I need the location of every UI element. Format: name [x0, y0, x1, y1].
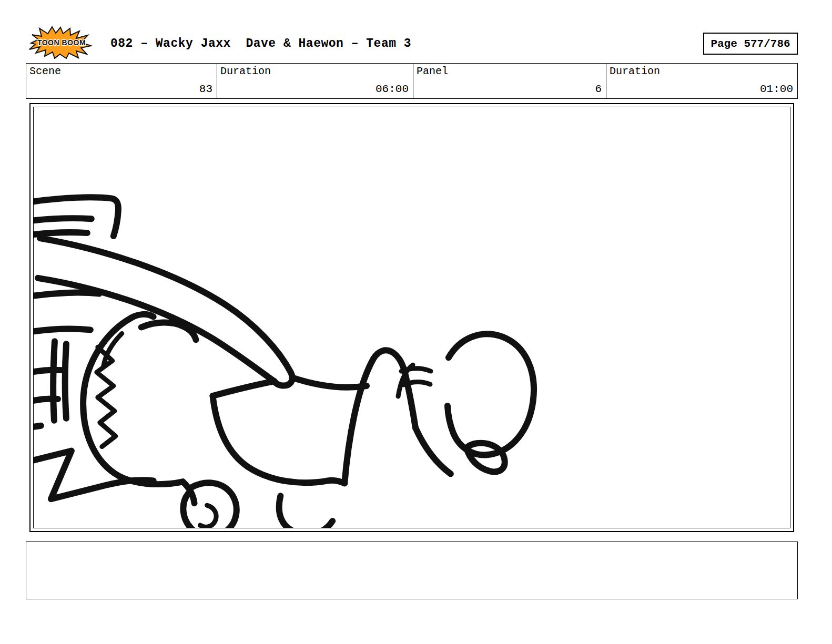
scene-duration-value: 06:00: [376, 83, 409, 95]
panel-label: Panel: [417, 66, 448, 77]
panel-duration-label: Duration: [610, 66, 660, 77]
caption-box: [26, 541, 798, 599]
storyboard-panel-inner-frame: [33, 107, 790, 528]
toonboom-logo: TOON BOOM: [29, 26, 94, 59]
logo-text: TOON BOOM: [37, 38, 86, 47]
info-cell-scene: Scene 83: [26, 64, 217, 98]
info-cell-scene-duration: Duration 06:00: [217, 64, 413, 98]
scene-label: Scene: [29, 66, 61, 77]
storyboard-page: TOON BOOM 082 – Wacky Jaxx Dave & Haewon…: [0, 0, 832, 644]
panel-duration-value: 01:00: [760, 83, 793, 95]
scene-duration-label: Duration: [220, 66, 271, 77]
storyboard-panel-frame: [29, 103, 794, 532]
document-title: 082 – Wacky Jaxx Dave & Haewon – Team 3: [110, 37, 411, 50]
info-cell-panel-duration: Duration 01:00: [606, 64, 797, 98]
storyboard-sketch: [34, 107, 790, 528]
info-cell-panel: Panel 6: [413, 64, 606, 98]
scene-value: 83: [199, 83, 212, 95]
page-number-label: Page 577/786: [711, 38, 790, 50]
page-number-box: Page 577/786: [703, 33, 798, 55]
panel-info-table: Scene 83 Duration 06:00 Panel 6 Duration…: [26, 63, 798, 99]
panel-value: 6: [595, 83, 602, 95]
